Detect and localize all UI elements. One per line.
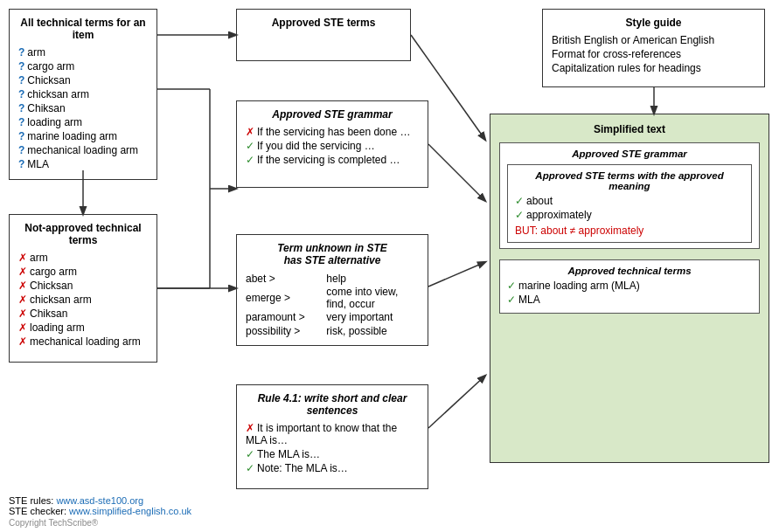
not-approved-item-5: ✗Chiksan (18, 307, 148, 320)
inner-ste-item-2: ✓approximately (515, 209, 744, 221)
rule41-item-3: ✓Note: The MLA is… (246, 462, 419, 474)
grammar-item-1: ✗If the servicing has been done … (246, 126, 419, 138)
q-icon-2: ? (18, 60, 24, 73)
inner-grammar-title: Approved STE grammar (507, 149, 752, 159)
check-icon-r2: ✓ (246, 448, 254, 460)
x-icon-na-6: ✗ (18, 321, 27, 334)
all-terms-item-4: ?chicksan arm (18, 88, 148, 100)
q-icon-8: ? (18, 144, 24, 156)
x-icon-r1: ✗ (246, 422, 254, 434)
term-row-4: possibility > risk, possible (246, 324, 419, 338)
check-icon-s1: ✓ (515, 195, 524, 207)
term-row-3: paramount > very important (246, 310, 419, 324)
checker-label: STE checker: (9, 506, 69, 516)
alt-col-2: come into view,find, occur (326, 286, 419, 310)
not-approved-item-2: ✗cargo arm (18, 266, 148, 278)
term-col-2: emerge > (246, 286, 326, 310)
term-col-3: paramount > (246, 310, 326, 324)
x-icon-na-3: ✗ (18, 280, 27, 292)
style-guide-item-1: British English or American English (552, 34, 755, 46)
term-row-2: emerge > come into view,find, occur (246, 286, 419, 310)
box-approved-ste-grammar: Approved STE grammar ✗If the servicing h… (236, 100, 428, 188)
style-guide-title: Style guide (552, 17, 755, 29)
footer-links: STE rules: www.asd-ste100.org STE checke… (9, 495, 191, 516)
box-approved-ste-terms: Approved STE terms (236, 9, 411, 61)
not-approved-item-4: ✗chicksan arm (18, 294, 148, 306)
q-icon-6: ? (18, 116, 24, 128)
style-guide-item-2: Format for cross-references (552, 48, 755, 60)
q-icon-1: ? (18, 46, 24, 59)
check-icon-g2: ✓ (246, 140, 254, 152)
line-termunknown-to-innerterms (428, 262, 485, 287)
term-unknown-title: Term unknown in STEhas STE alternative (246, 242, 419, 266)
x-icon-na-7: ✗ (18, 335, 27, 348)
x-icon-na-1: ✗ (18, 252, 27, 264)
approved-ste-grammar-title: Approved STE grammar (246, 108, 419, 121)
check-icon-g3: ✓ (246, 154, 254, 166)
term-unknown-table: abet > help emerge > come into view,find… (246, 272, 419, 338)
inner-box-grammar: Approved STE grammar Approved STE terms … (499, 142, 760, 249)
all-terms-item-2: ?cargo arm (18, 60, 148, 73)
term-row-1: abet > help (246, 272, 419, 286)
box-not-approved: Not-approved technical terms ✗arm ✗cargo… (9, 214, 157, 363)
not-approved-item-3: ✗Chicksan (18, 280, 148, 292)
inner-box-tech-terms: Approved technical terms ✓marine loading… (499, 259, 760, 314)
all-terms-item-1: ?arm (18, 46, 148, 59)
checker-url[interactable]: www.simplified-english.co.uk (69, 506, 191, 516)
check-icon-t1: ✓ (507, 280, 516, 292)
box-term-unknown: Term unknown in STEhas STE alternative a… (236, 234, 428, 346)
rule41-title: Rule 4.1: write short and clear sentence… (246, 392, 419, 417)
inner-ste-terms-title: Approved STE terms with the approved mea… (515, 170, 744, 191)
rule41-item-1: ✗It is important to know that the MLA is… (246, 422, 419, 446)
alt-col-3: very important (326, 310, 419, 324)
inner-tech-item-2: ✓MLA (507, 294, 752, 306)
alt-col-1: help (326, 272, 419, 286)
but-line: BUT: about ≠ approximately (515, 225, 744, 237)
q-icon-7: ? (18, 130, 24, 142)
inner-ste-item-1: ✓about (515, 195, 744, 207)
box-all-terms: All technical terms for an item ?arm ?ca… (9, 9, 157, 180)
grammar-item-2: ✓If you did the servicing … (246, 140, 419, 152)
inner-tech-item-1: ✓marine loading arm (MLA) (507, 280, 752, 292)
x-icon-na-5: ✗ (18, 307, 27, 320)
all-terms-item-6: ?loading arm (18, 116, 148, 128)
grammar-item-3: ✓If the servicing is completed … (246, 154, 419, 166)
inner-tech-terms-title: Approved technical terms (507, 266, 752, 276)
all-terms-title: All technical terms for an item (18, 17, 148, 41)
all-terms-item-3: ?Chicksan (18, 74, 148, 86)
rule41-item-2: ✓The MLA is… (246, 448, 419, 460)
rules-url[interactable]: www.asd-ste100.org (56, 495, 143, 506)
inner-box-ste-terms: Approved STE terms with the approved mea… (507, 164, 752, 243)
simplified-text-title: Simplified text (499, 123, 760, 135)
diagram-container: All technical terms for an item ?arm ?ca… (0, 0, 779, 532)
q-icon-4: ? (18, 88, 24, 100)
x-icon-na-4: ✗ (18, 294, 27, 306)
all-terms-item-5: ?Chiksan (18, 102, 148, 114)
check-icon-r3: ✓ (246, 462, 254, 474)
all-terms-item-7: ?marine loading arm (18, 130, 148, 142)
x-icon-na-2: ✗ (18, 266, 27, 278)
all-terms-item-9: ?MLA (18, 158, 148, 170)
alt-col-4: risk, possible (326, 324, 419, 338)
all-terms-item-8: ?mechanical loading arm (18, 144, 148, 156)
box-simplified-text: Simplified text Approved STE grammar App… (490, 114, 769, 463)
style-guide-item-3: Capitalization rules for headings (552, 62, 755, 74)
rules-label: STE rules: (9, 495, 56, 506)
q-icon-5: ? (18, 102, 24, 114)
q-icon-9: ? (18, 158, 24, 170)
q-icon-3: ? (18, 74, 24, 86)
not-approved-item-1: ✗arm (18, 252, 148, 264)
x-icon-g1: ✗ (246, 126, 254, 138)
box-rule41: Rule 4.1: write short and clear sentence… (236, 384, 428, 489)
copyright: Copyright TechScribe® (9, 518, 98, 528)
not-approved-title: Not-approved technical terms (18, 222, 148, 246)
line-grammar-to-simplified (428, 144, 485, 201)
approved-ste-terms-title: Approved STE terms (246, 17, 401, 29)
check-icon-t2: ✓ (507, 294, 516, 306)
but-text: BUT: about ≠ approximately (515, 225, 643, 237)
box-style-guide: Style guide British English or American … (542, 9, 765, 87)
term-col-1: abet > (246, 272, 326, 286)
not-approved-item-7: ✗mechanical loading arm (18, 335, 148, 348)
line-rule41-to-techterms (428, 376, 485, 428)
not-approved-item-6: ✗loading arm (18, 321, 148, 334)
